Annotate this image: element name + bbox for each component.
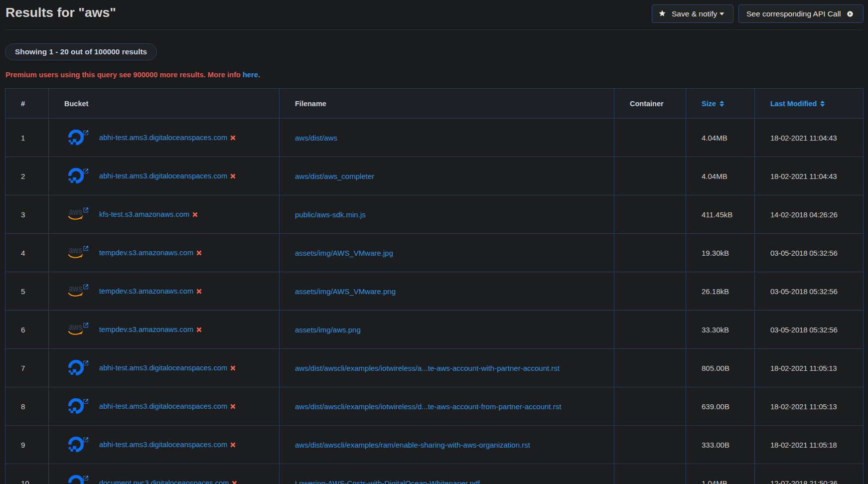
svg-text:aws: aws [69, 323, 83, 332]
svg-text:aws: aws [69, 208, 83, 217]
svg-text:aws: aws [69, 246, 83, 255]
svg-text:aws: aws [69, 285, 83, 294]
